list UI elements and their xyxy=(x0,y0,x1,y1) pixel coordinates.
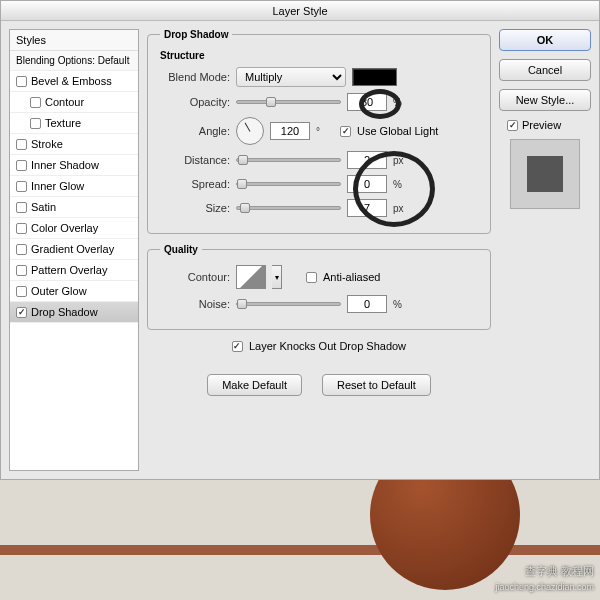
global-light-checkbox[interactable] xyxy=(340,126,351,137)
preview-box xyxy=(510,139,580,209)
spread-slider[interactable] xyxy=(236,182,341,186)
spread-input[interactable] xyxy=(347,175,387,193)
sidebar-item-texture[interactable]: Texture xyxy=(10,113,138,134)
preview-inner xyxy=(527,156,563,192)
style-checkbox[interactable] xyxy=(16,76,27,87)
spread-unit: % xyxy=(393,179,411,190)
contour-swatch[interactable] xyxy=(236,265,266,289)
angle-dial[interactable] xyxy=(236,117,264,145)
style-label: Stroke xyxy=(31,138,63,150)
style-label: Bevel & Emboss xyxy=(31,75,112,87)
blend-mode-label: Blend Mode: xyxy=(160,71,230,83)
sidebar-item-gradient-overlay[interactable]: Gradient Overlay xyxy=(10,239,138,260)
quality-legend: Quality xyxy=(160,244,202,255)
watermark: 查字典 教程网 jiaocheng.chazidian.com xyxy=(495,565,594,594)
style-checkbox[interactable] xyxy=(16,223,27,234)
preview-label: Preview xyxy=(522,119,561,131)
new-style-button[interactable]: New Style... xyxy=(499,89,591,111)
size-slider[interactable] xyxy=(236,206,341,210)
sidebar-blending-options[interactable]: Blending Options: Default xyxy=(10,51,138,71)
style-checkbox[interactable] xyxy=(16,244,27,255)
distance-unit: px xyxy=(393,155,411,166)
style-checkbox[interactable] xyxy=(16,286,27,297)
sidebar-item-satin[interactable]: Satin xyxy=(10,197,138,218)
distance-slider[interactable] xyxy=(236,158,341,162)
styles-sidebar: Styles Blending Options: Default Bevel &… xyxy=(9,29,139,471)
noise-input[interactable] xyxy=(347,295,387,313)
contour-label: Contour: xyxy=(160,271,230,283)
style-checkbox[interactable] xyxy=(30,118,41,129)
blend-mode-select[interactable]: Multiply xyxy=(236,67,346,87)
sidebar-item-color-overlay[interactable]: Color Overlay xyxy=(10,218,138,239)
style-checkbox[interactable] xyxy=(16,202,27,213)
knockout-label: Layer Knocks Out Drop Shadow xyxy=(249,340,406,352)
style-label: Drop Shadow xyxy=(31,306,98,318)
style-label: Contour xyxy=(45,96,84,108)
preview-checkbox[interactable] xyxy=(507,120,518,131)
sidebar-item-inner-shadow[interactable]: Inner Shadow xyxy=(10,155,138,176)
angle-input[interactable] xyxy=(270,122,310,140)
dialog-titlebar[interactable]: Layer Style xyxy=(1,1,599,21)
sidebar-item-contour[interactable]: Contour xyxy=(10,92,138,113)
sidebar-item-inner-glow[interactable]: Inner Glow xyxy=(10,176,138,197)
sidebar-item-outer-glow[interactable]: Outer Glow xyxy=(10,281,138,302)
opacity-unit: % xyxy=(393,97,411,108)
style-label: Satin xyxy=(31,201,56,213)
sidebar-header[interactable]: Styles xyxy=(10,30,138,51)
right-panel: OK Cancel New Style... Preview xyxy=(499,29,591,471)
style-label: Inner Shadow xyxy=(31,159,99,171)
style-checkbox[interactable] xyxy=(16,181,27,192)
noise-slider[interactable] xyxy=(236,302,341,306)
style-checkbox[interactable] xyxy=(16,265,27,276)
sidebar-item-bevel-emboss[interactable]: Bevel & Emboss xyxy=(10,71,138,92)
color-swatch[interactable] xyxy=(352,68,397,86)
cancel-button[interactable]: Cancel xyxy=(499,59,591,81)
style-checkbox[interactable] xyxy=(30,97,41,108)
style-label: Gradient Overlay xyxy=(31,243,114,255)
style-label: Pattern Overlay xyxy=(31,264,107,276)
noise-label: Noise: xyxy=(160,298,230,310)
style-checkbox[interactable] xyxy=(16,160,27,171)
sidebar-item-drop-shadow[interactable]: Drop Shadow xyxy=(10,302,138,323)
spread-label: Spread: xyxy=(160,178,230,190)
style-label: Outer Glow xyxy=(31,285,87,297)
make-default-button[interactable]: Make Default xyxy=(207,374,302,396)
style-label: Color Overlay xyxy=(31,222,98,234)
contour-dropdown[interactable]: ▾ xyxy=(272,265,282,289)
global-light-label: Use Global Light xyxy=(357,125,438,137)
angle-label: Angle: xyxy=(160,125,230,137)
size-input[interactable] xyxy=(347,199,387,217)
sidebar-item-stroke[interactable]: Stroke xyxy=(10,134,138,155)
opacity-input[interactable] xyxy=(347,93,387,111)
opacity-label: Opacity: xyxy=(160,96,230,108)
style-checkbox[interactable] xyxy=(16,307,27,318)
size-label: Size: xyxy=(160,202,230,214)
distance-input[interactable] xyxy=(347,151,387,169)
noise-unit: % xyxy=(393,299,411,310)
style-checkbox[interactable] xyxy=(16,139,27,150)
knockout-checkbox[interactable] xyxy=(232,341,243,352)
panel-title: Drop Shadow xyxy=(160,29,232,40)
size-unit: px xyxy=(393,203,411,214)
structure-title: Structure xyxy=(160,50,478,61)
quality-fieldset: Quality Contour: ▾ Anti-aliased Noise: % xyxy=(147,244,491,330)
style-label: Texture xyxy=(45,117,81,129)
antialias-checkbox[interactable] xyxy=(306,272,317,283)
ok-button[interactable]: OK xyxy=(499,29,591,51)
opacity-slider[interactable] xyxy=(236,100,341,104)
reset-default-button[interactable]: Reset to Default xyxy=(322,374,431,396)
angle-unit: ° xyxy=(316,126,334,137)
structure-fieldset: Drop Shadow Structure Blend Mode: Multip… xyxy=(147,29,491,234)
style-label: Inner Glow xyxy=(31,180,84,192)
antialias-label: Anti-aliased xyxy=(323,271,380,283)
distance-label: Distance: xyxy=(160,154,230,166)
layer-style-dialog: Layer Style Styles Blending Options: Def… xyxy=(0,0,600,480)
main-panel: Drop Shadow Structure Blend Mode: Multip… xyxy=(147,29,491,471)
sidebar-item-pattern-overlay[interactable]: Pattern Overlay xyxy=(10,260,138,281)
